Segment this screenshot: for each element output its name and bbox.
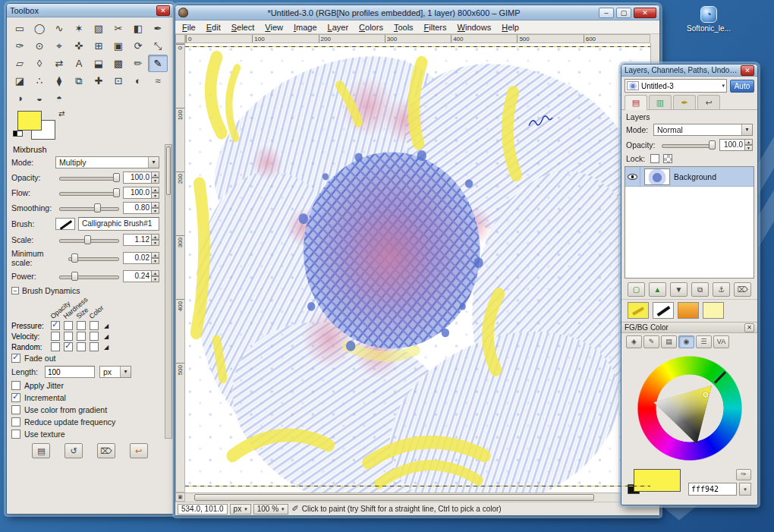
crop-tool[interactable]: ▣ <box>109 37 128 55</box>
velocity-size-checkbox[interactable] <box>77 332 86 341</box>
fuzzy-select-tool[interactable]: ✶ <box>69 20 89 37</box>
chevron-down-icon[interactable]: ▾ <box>148 157 159 168</box>
scale-spinbox[interactable]: 1.12 ▴▾ <box>123 234 159 246</box>
random-hardness-checkbox[interactable] <box>64 342 73 351</box>
velocity-hardness-checkbox[interactable] <box>64 332 73 341</box>
length-unit-select[interactable]: px ▾ <box>99 366 131 378</box>
layer-name[interactable]: Background <box>674 172 716 181</box>
ellipse-select-tool[interactable]: ◯ <box>30 20 49 37</box>
canvas[interactable] <box>185 43 650 493</box>
apply-jitter-checkbox[interactable] <box>11 381 20 390</box>
maximize-button[interactable]: ▢ <box>616 8 631 18</box>
smudge-tool[interactable]: ≈ <box>148 72 168 90</box>
paths-tool[interactable]: ✒ <box>148 20 168 37</box>
opacity-spinbox[interactable]: 100.0 ▴▾ <box>123 172 159 184</box>
duplicate-layer-button[interactable]: ⧉ <box>691 282 709 297</box>
length-input[interactable] <box>45 366 95 378</box>
marker-brush-preview[interactable] <box>628 302 649 319</box>
chevron-down-icon[interactable]: ▾ <box>120 367 131 377</box>
rectangle-select-tool[interactable]: ▭ <box>10 20 30 37</box>
fgbg-color-header[interactable]: FG/BG Color ✕ <box>621 322 757 333</box>
menu-item[interactable]: View <box>260 21 288 33</box>
fade-out-checkbox[interactable] <box>11 354 20 363</box>
brush-select[interactable]: Calligraphic Brush#1 <box>78 217 159 231</box>
color-picker-tool[interactable]: ✑ <box>10 37 30 55</box>
random-color-checkbox[interactable] <box>90 342 99 351</box>
incremental-checkbox[interactable] <box>11 393 20 402</box>
perspective-tool[interactable]: ◊ <box>30 55 49 72</box>
select-by-color-tool[interactable]: ▧ <box>89 20 109 37</box>
color-area[interactable]: ⇄ <box>13 109 167 141</box>
lower-layer-button[interactable]: ▼ <box>670 282 687 297</box>
slider-handle[interactable] <box>71 272 78 281</box>
slider-handle[interactable] <box>94 203 101 212</box>
raise-layer-button[interactable]: ▲ <box>649 282 666 297</box>
color-picker-icon[interactable]: ✑ <box>736 469 751 480</box>
pattern-preview[interactable] <box>703 302 724 319</box>
close-button[interactable]: ✕ <box>634 8 656 18</box>
lock-alpha-checkbox[interactable] <box>663 154 672 163</box>
velocity-color-checkbox[interactable] <box>90 332 99 341</box>
levels-tool[interactable]: ◓ <box>49 90 69 107</box>
slider-handle[interactable] <box>113 188 120 197</box>
perspective-clone-tool[interactable]: ⊡ <box>109 72 128 90</box>
slider-handle[interactable] <box>71 253 78 263</box>
calligraphic-brush-preview[interactable] <box>653 302 674 319</box>
slider-handle[interactable] <box>113 173 120 182</box>
reduce-update-checkbox[interactable] <box>11 417 20 427</box>
menu-item[interactable]: Layer <box>322 21 354 33</box>
color-wheel-area[interactable] <box>621 351 757 466</box>
scale-tool[interactable]: ⤡ <box>148 37 168 55</box>
pressure-color-checkbox[interactable] <box>90 321 99 330</box>
brush-preview-icon[interactable] <box>55 218 75 230</box>
reset-options-button[interactable]: ↩ <box>130 443 148 458</box>
pressure-opacity-checkbox[interactable] <box>51 321 60 330</box>
delete-layer-button[interactable]: ⌦ <box>734 282 751 297</box>
smoothing-spinbox[interactable]: 0.80 ▴▾ <box>123 202 159 214</box>
menu-item[interactable]: Help <box>496 21 524 33</box>
flip-tool[interactable]: ⇄ <box>49 55 69 72</box>
pressure-size-checkbox[interactable] <box>77 321 86 330</box>
menu-item[interactable]: Tools <box>389 21 419 33</box>
smoothing-slider[interactable] <box>59 203 119 213</box>
lock-pixels-checkbox[interactable] <box>650 154 659 163</box>
vertical-ruler[interactable]: 0100200300400500 <box>175 43 185 493</box>
pressure-hardness-checkbox[interactable] <box>64 321 73 330</box>
close-icon[interactable]: ✕ <box>744 323 754 332</box>
collapse-icon[interactable]: − <box>11 287 19 294</box>
rotate-tool[interactable]: ⟳ <box>128 37 148 55</box>
toolbox-titlebar[interactable]: Toolbox ✕ <box>7 4 173 17</box>
paths-tab[interactable]: ✒ <box>673 95 696 109</box>
shear-tool[interactable]: ▱ <box>10 55 30 72</box>
menu-item[interactable]: Image <box>288 21 322 33</box>
use-texture-checkbox[interactable] <box>11 430 20 439</box>
measure-tool[interactable]: ⌖ <box>49 37 69 55</box>
desktop-icon-softonic[interactable]: ◔ Softonic_le... <box>684 6 733 33</box>
auto-follow-button[interactable]: Auto <box>730 80 754 93</box>
close-button[interactable]: ✕ <box>156 5 170 16</box>
slider-handle[interactable] <box>709 140 716 150</box>
layer-opacity-spinbox[interactable]: 100.0 ▴▾ <box>719 139 753 151</box>
delete-options-button[interactable]: ⌦ <box>97 443 115 458</box>
flow-spinbox[interactable]: 100.0 ▴▾ <box>123 187 159 199</box>
ink-tool[interactable]: ⧫ <box>49 72 69 90</box>
align-tool[interactable]: ⊞ <box>89 37 109 55</box>
power-slider[interactable] <box>59 271 119 282</box>
blur-sharpen-tool[interactable]: ◐ <box>128 72 148 90</box>
minimize-button[interactable]: – <box>599 8 614 18</box>
watercolor-tab[interactable]: ◈ <box>626 335 642 348</box>
ruler-corner[interactable] <box>175 34 185 43</box>
unit-select[interactable]: px ▾ <box>230 504 251 515</box>
menu-item[interactable]: File <box>177 21 201 33</box>
free-select-tool[interactable]: ∿ <box>49 20 69 37</box>
current-color-swatches[interactable] <box>628 469 681 495</box>
va-tab[interactable]: VA <box>713 335 729 348</box>
clone-tool[interactable]: ⧉ <box>69 72 89 90</box>
menu-item[interactable]: Edit <box>201 21 226 33</box>
use-gradient-checkbox[interactable] <box>11 405 20 414</box>
visibility-toggle[interactable] <box>625 167 640 186</box>
power-spinbox[interactable]: 0.24 ▴▾ <box>123 270 159 282</box>
menu-item[interactable]: Filters <box>419 21 452 33</box>
menu-item[interactable]: Windows <box>452 21 497 33</box>
color-balance-tool[interactable]: ◒ <box>30 90 49 107</box>
